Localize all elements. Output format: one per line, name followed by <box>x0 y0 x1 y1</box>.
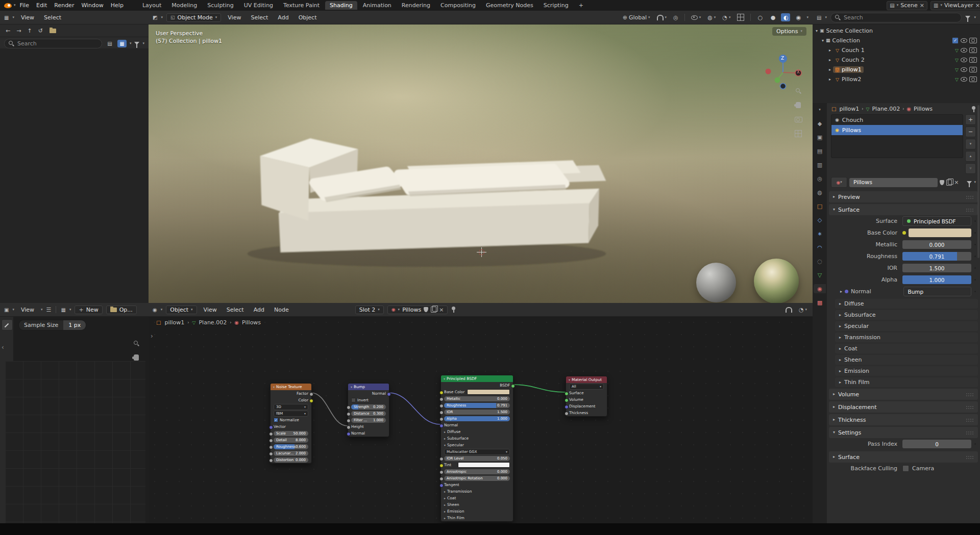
slot-specials-button[interactable]: ▾ <box>965 139 976 149</box>
target-dropdown[interactable]: All▾ <box>569 384 604 390</box>
input-socket[interactable] <box>347 412 351 416</box>
material-slot[interactable]: ◉ Chouch <box>831 115 963 125</box>
duplicate-icon[interactable] <box>946 180 952 186</box>
node-header[interactable]: ▾ Noise Texture <box>271 384 311 390</box>
menu-add[interactable]: Add <box>251 306 267 314</box>
proportional-edit-toggle[interactable]: ◎ <box>672 14 680 21</box>
editor-type-icon[interactable]: ▣ <box>4 307 9 313</box>
hide-icon[interactable] <box>961 58 967 62</box>
disable-render-icon[interactable] <box>969 67 977 72</box>
distortion-field[interactable]: Distortion0.000 <box>274 457 308 463</box>
image-editor-canvas[interactable] <box>5 361 145 523</box>
anisotropic-rotation-field[interactable]: Anisotropic Rotation0.000 <box>444 476 510 481</box>
input-socket[interactable] <box>269 445 273 449</box>
anisotropic-field[interactable]: Anisotropic0.000 <box>444 469 510 474</box>
viewlayer-selector[interactable]: ▥ ▾ ViewLayer × <box>930 1 980 10</box>
material-name-field[interactable]: Pillows <box>849 178 938 187</box>
browse-material-button[interactable]: ◉▾ <box>831 177 847 188</box>
decorator-dot[interactable] <box>974 244 976 245</box>
subpanel-emission[interactable]: ▸Emission <box>835 366 978 376</box>
workspace-tab-rendering[interactable]: Rendering <box>397 1 435 10</box>
snap-toggle[interactable] <box>784 307 794 313</box>
subpanel-sheen[interactable]: ▸Sheen <box>835 355 978 365</box>
backface-camera-checkbox[interactable] <box>902 465 909 472</box>
input-socket[interactable] <box>439 483 444 488</box>
panel-settings-surface[interactable]: ▸Surface <box>829 451 978 463</box>
roughness-slider[interactable]: 0.791 <box>902 252 971 261</box>
node-header[interactable]: ▾ Principled BSDF <box>441 375 513 382</box>
unlink-icon[interactable]: × <box>954 179 959 186</box>
alpha-slider[interactable]: 1.000 <box>902 275 971 284</box>
refresh-icon[interactable]: ↺ <box>37 28 44 34</box>
input-socket[interactable] <box>439 417 444 421</box>
panel-thin-film-row[interactable]: ▸Thin Film <box>441 515 513 521</box>
roughness-field[interactable]: Roughness0.600 <box>274 444 308 449</box>
input-socket[interactable] <box>269 425 273 429</box>
close-icon[interactable]: × <box>975 2 980 9</box>
input-socket[interactable] <box>347 432 351 436</box>
tab-particles[interactable]: ∗ <box>814 229 826 238</box>
menu-view[interactable]: View <box>18 14 37 21</box>
outliner-row-object[interactable]: ▸ ▽ Couch 2 ▽ <box>813 55 980 65</box>
input-socket[interactable] <box>439 424 444 428</box>
panel-specular-row[interactable]: ▾Specular <box>441 442 513 448</box>
pan-hand-icon[interactable] <box>794 100 803 110</box>
disable-render-icon[interactable] <box>969 57 977 63</box>
normalize-checkbox[interactable]: ✓ <box>274 418 278 422</box>
subpanel-subsurface[interactable]: ▸Subsurface <box>835 310 978 320</box>
invert-checkbox[interactable] <box>351 398 356 402</box>
add-slot-button[interactable]: + <box>965 114 976 125</box>
menu-node[interactable]: Node <box>271 306 292 314</box>
chevron-down-icon[interactable]: ▾ <box>130 42 132 45</box>
input-socket[interactable] <box>565 405 569 409</box>
distance-field[interactable]: Distance0.300 <box>351 411 386 416</box>
expand-icon[interactable]: ▸ <box>829 68 831 72</box>
node-header[interactable]: ▾ Material Output <box>566 376 607 383</box>
tab-object[interactable]: □ <box>814 201 826 211</box>
workspace-tab-layout[interactable]: Layout <box>138 1 166 10</box>
move-slot-up-button[interactable]: ▴ <box>965 151 976 162</box>
tab-material[interactable]: ◉ <box>814 284 826 293</box>
remove-slot-button[interactable]: − <box>965 126 976 137</box>
panel-subsurface-row[interactable]: ▸Subsurface <box>441 435 513 442</box>
collapse-icon[interactable]: ▾ <box>444 377 445 380</box>
menu-edit[interactable]: Edit <box>33 2 50 9</box>
base-color-swatch[interactable] <box>467 389 510 395</box>
xray-toggle[interactable] <box>736 13 746 21</box>
filter-width-field[interactable]: Filter ...1.000 <box>351 418 386 423</box>
hide-icon[interactable] <box>961 48 967 53</box>
output-socket[interactable] <box>387 392 391 396</box>
tab-constraints[interactable]: ◌ <box>814 257 826 266</box>
tab-world[interactable]: ◍ <box>814 188 826 197</box>
shader-type-dropdown[interactable]: Object ▾ <box>166 305 197 314</box>
editor-type-icon[interactable]: ◉ <box>153 307 157 313</box>
search-input[interactable]: Search <box>4 39 102 48</box>
scale-field[interactable]: Scale50.000 <box>274 431 308 436</box>
decorator-dot[interactable] <box>974 279 976 281</box>
panel-thickness[interactable]: ▸Thickness <box>829 414 978 425</box>
expand-icon[interactable]: ▸ <box>829 58 831 62</box>
panel-surface[interactable]: ▾ Surface <box>829 204 978 215</box>
subpanel-coat[interactable]: ▸Coat <box>835 344 978 353</box>
viewport-canvas[interactable]: User Perspective (57) Collection | pillo… <box>149 24 813 303</box>
object-type-visibility-dropdown[interactable]: ▾ <box>690 15 703 20</box>
chevron-down-icon[interactable]: ▾ <box>161 16 163 19</box>
surface-shader-button[interactable]: Principled BSDF <box>902 216 971 226</box>
editor-type-icon[interactable]: ◩ <box>153 15 157 20</box>
outliner-row-object-active[interactable]: ▸ ▽ pillow1 ▽ <box>813 65 980 74</box>
noise-type-dropdown[interactable]: fBM▾ <box>274 411 308 417</box>
outliner-row-object[interactable]: ▸ ▽ Couch 1 ▽ <box>813 45 980 55</box>
material-slot-list[interactable]: ◉ Chouch ◉ Pillows <box>831 114 963 158</box>
input-socket[interactable] <box>347 405 351 410</box>
chevron-down-icon[interactable]: ▾ <box>974 181 976 184</box>
input-socket[interactable] <box>347 425 351 429</box>
collapse-icon[interactable]: ▾ <box>569 378 570 381</box>
disable-render-icon[interactable] <box>969 77 977 82</box>
panel-diffuse-row[interactable]: ▸Diffuse <box>441 428 513 435</box>
hide-icon[interactable] <box>961 77 967 82</box>
tab-tool[interactable]: ◆ <box>814 119 826 128</box>
chevron-down-icon[interactable]: ▾ <box>825 16 827 19</box>
menu-view[interactable]: View <box>225 14 244 21</box>
shading-wireframe-button[interactable]: ○ <box>755 13 765 21</box>
zoom-icon[interactable] <box>794 86 803 95</box>
